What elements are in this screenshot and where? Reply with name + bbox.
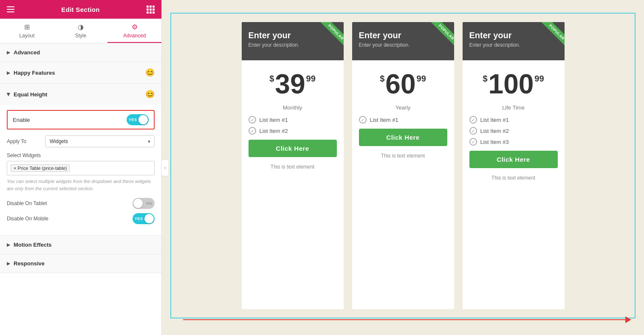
card-3-desc: Enter your description. <box>469 42 558 48</box>
list-item: List Item #2 <box>469 127 558 135</box>
accordion-equal-height-header[interactable]: ▶ Equal Height 😊 <box>0 84 161 105</box>
right-area: Enter your Enter your description. POPUL… <box>162 0 644 335</box>
card-1-cta[interactable]: Click Here <box>249 140 337 157</box>
apply-to-select[interactable]: Widgets Columns <box>45 135 155 147</box>
enable-toggle[interactable]: YES <box>127 114 149 125</box>
list-item: List Item #1 <box>359 116 447 124</box>
list-item: List Item #1 <box>469 116 558 124</box>
advanced-icon: ⚙ <box>132 23 138 31</box>
accordion-motion-effects: ▶ Motion Effects <box>0 236 161 254</box>
widget-tag: × Price Table (price-table) <box>11 164 70 172</box>
disable-tablet-toggle[interactable]: NO <box>133 198 155 209</box>
arrow-icon: ▶ <box>7 261 10 266</box>
tablet-toggle-knob <box>133 199 143 208</box>
feature-text: List Item #2 <box>260 128 288 134</box>
accordion-happy-features-label: Happy Features <box>14 70 55 76</box>
accordion-advanced-label: Advanced <box>14 49 40 56</box>
disable-mobile-label: Disable On Mobile <box>7 216 48 222</box>
feature-text: List Item #1 <box>260 117 288 123</box>
check-icon <box>249 116 256 124</box>
left-panel: Edit Section ⊞ Layout ◑ Style ⚙ Advanced… <box>0 0 162 335</box>
card-1-desc: Enter your description. <box>249 42 337 48</box>
check-icon <box>359 116 367 124</box>
pricing-card-1: Enter your Enter your description. POPUL… <box>242 22 344 309</box>
card-3-cta[interactable]: Click Here <box>469 151 558 168</box>
feature-text: List Item #3 <box>480 139 509 145</box>
tab-layout[interactable]: ⊞ Layout <box>0 19 54 43</box>
card-3-text-element: This is text element <box>491 175 535 181</box>
enable-yes-label: YES <box>129 118 137 122</box>
card-3-price-row: $ 100 99 <box>483 70 544 98</box>
style-icon: ◑ <box>78 23 84 31</box>
happy-icon: 😊 <box>145 68 155 77</box>
list-item: List Item #2 <box>249 127 337 135</box>
panel-title: Edit Section <box>61 6 99 13</box>
arrow-icon: ▶ <box>7 242 10 247</box>
card-1-currency: $ <box>269 74 274 84</box>
enable-row: Enable YES <box>7 110 155 129</box>
card-2-cents: 99 <box>417 74 426 84</box>
accordion-equal-height-label: Equal Height <box>14 91 47 98</box>
feature-text: List Item #1 <box>370 117 398 123</box>
arrow-line <box>183 319 625 320</box>
card-1-period: Monthly <box>283 104 302 111</box>
card-3-title: Enter your <box>469 31 558 40</box>
card-1-body: $ 39 99 Monthly List Item #1 List Item #… <box>242 60 344 309</box>
select-widgets-label: Select Widgets <box>7 152 155 158</box>
tab-advanced[interactable]: ⚙ Advanced <box>107 19 161 43</box>
apply-to-select-wrap: Widgets Columns ▼ <box>45 135 155 147</box>
collapse-tab[interactable]: ‹ <box>161 159 168 176</box>
pricing-card-3: Enter your Enter your description. POPUL… <box>463 22 565 309</box>
card-3-features: List Item #1 List Item #2 List Item #3 <box>469 116 558 146</box>
equal-height-icon: 😊 <box>145 90 155 99</box>
check-icon <box>469 116 477 124</box>
toggle-knob <box>138 115 148 124</box>
card-1-amount: 39 <box>275 70 305 98</box>
disable-mobile-toggle[interactable]: YES <box>133 213 155 224</box>
tab-style[interactable]: ◑ Style <box>54 19 108 43</box>
card-3-period: Life Time <box>502 104 525 111</box>
arrow-down-icon: ▶ <box>6 93 11 96</box>
grid-icon[interactable] <box>147 6 155 14</box>
accordion-motion-label: Motion Effects <box>14 242 52 248</box>
arrow-icon: ▶ <box>7 70 10 75</box>
layout-icon: ⊞ <box>24 23 30 31</box>
tab-layout-label: Layout <box>19 33 34 39</box>
check-icon <box>469 127 477 135</box>
card-2-amount: 60 <box>385 70 415 98</box>
panel-header: Edit Section <box>0 0 161 19</box>
disable-tablet-row: Disable On Tablet NO <box>7 198 155 209</box>
card-1-features: List Item #1 List Item #2 <box>249 116 337 135</box>
card-3-body: $ 100 99 Life Time List Item #1 List Ite… <box>463 60 565 309</box>
pricing-card-2: Enter your Enter your description. POPUL… <box>352 22 454 309</box>
enable-label: Enable <box>13 117 30 123</box>
arrow-head <box>625 316 631 323</box>
card-2-currency: $ <box>380 74 384 84</box>
disable-mobile-row: Disable On Mobile YES <box>7 213 155 224</box>
card-2-features: List Item #1 <box>359 116 447 124</box>
list-item: List Item #1 <box>249 116 337 124</box>
accordion-advanced-header[interactable]: ▶ Advanced <box>0 43 161 62</box>
mobile-toggle-knob <box>144 214 154 223</box>
card-3-currency: $ <box>483 74 487 84</box>
card-2-cta[interactable]: Click Here <box>359 129 447 146</box>
card-1-price-row: $ 39 99 <box>269 70 316 98</box>
tab-style-label: Style <box>75 33 87 39</box>
tab-advanced-label: Advanced <box>123 33 146 39</box>
red-arrow <box>183 316 631 323</box>
accordion-motion-header[interactable]: ▶ Motion Effects <box>0 236 161 254</box>
card-3-amount: 100 <box>489 70 534 98</box>
card-3-header: Enter your Enter your description. POPUL… <box>463 22 565 60</box>
accordion-equal-height: ▶ Equal Height 😊 Enable YES Apply To <box>0 84 161 236</box>
accordion-advanced: ▶ Advanced <box>0 43 161 62</box>
accordion-responsive: ▶ Responsive <box>0 254 161 273</box>
mobile-yes-label: YES <box>135 217 143 221</box>
widget-tag-field[interactable]: × Price Table (price-table) <box>7 161 155 175</box>
hamburger-icon[interactable] <box>7 6 14 12</box>
accordion-responsive-header[interactable]: ▶ Responsive <box>0 254 161 273</box>
card-2-header: Enter your Enter your description. POPUL… <box>352 22 454 60</box>
card-1-title: Enter your <box>249 31 337 40</box>
card-3-cents: 99 <box>534 74 544 84</box>
card-1-text-element: This is text element <box>271 164 314 170</box>
accordion-happy-features-header[interactable]: ▶ Happy Features 😊 <box>0 62 161 83</box>
